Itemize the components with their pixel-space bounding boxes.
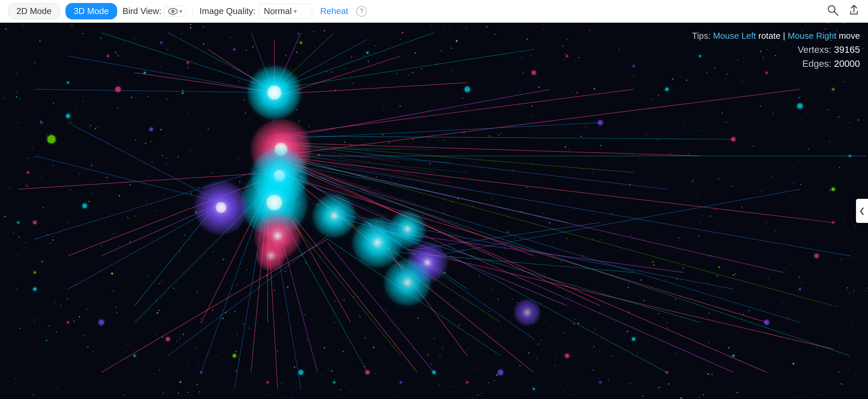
- toolbar: 2D Mode 3D Mode Bird View: ▾ Image Quali…: [0, 0, 868, 23]
- help-button[interactable]: ?: [356, 6, 367, 17]
- quality-chevron: ▾: [294, 8, 297, 15]
- quality-selected-value: Normal: [264, 6, 292, 17]
- svg-point-206: [600, 339, 600, 340]
- edges-label: Edges:: [802, 58, 831, 69]
- bird-view-control[interactable]: ▾: [164, 6, 186, 17]
- svg-point-201: [200, 322, 202, 323]
- svg-point-163: [832, 222, 834, 224]
- tips-line: Tips: Mouse Left rotate | Mouse Right mo…: [692, 31, 860, 41]
- bird-view-section: Bird View: ▾: [123, 6, 186, 17]
- svg-point-126: [514, 299, 540, 326]
- svg-point-183: [51, 55, 52, 56]
- svg-point-135: [598, 120, 602, 125]
- mouse-right-text: Mouse Right: [787, 31, 836, 41]
- svg-point-140: [814, 254, 818, 258]
- svg-point-205: [533, 322, 534, 323]
- svg-line-60: [274, 136, 734, 139]
- svg-point-187: [400, 39, 401, 40]
- svg-point-143: [565, 353, 569, 358]
- svg-point-112: [216, 202, 226, 212]
- svg-point-196: [34, 322, 35, 323]
- svg-point-152: [144, 72, 146, 74]
- svg-line-44: [68, 206, 218, 289]
- svg-point-175: [67, 321, 69, 323]
- svg-line-53: [101, 33, 274, 89]
- graph-visualization[interactable]: [0, 23, 868, 399]
- svg-point-145: [432, 371, 436, 374]
- svg-point-213: [583, 255, 584, 256]
- svg-point-179: [40, 122, 42, 124]
- svg-point-125: [394, 269, 421, 296]
- svg-line-11: [274, 89, 800, 156]
- svg-point-158: [633, 65, 634, 67]
- svg-point-122: [397, 219, 418, 240]
- quality-select[interactable]: Normal ▾: [259, 4, 312, 19]
- svg-line-33: [35, 89, 274, 92]
- svg-point-130: [150, 127, 153, 131]
- eye-icon: [168, 8, 178, 15]
- svg-line-46: [68, 123, 221, 202]
- svg-point-162: [849, 155, 851, 157]
- svg-point-204: [400, 339, 401, 340]
- vertexs-value: 39165: [834, 45, 860, 55]
- svg-point-182: [160, 42, 162, 44]
- vertexs-label: Vertexs:: [798, 45, 831, 55]
- svg-point-170: [400, 381, 402, 383]
- canvas-area[interactable]: Tips: Mouse Left rotate | Mouse Right mo…: [0, 23, 868, 399]
- svg-point-146: [366, 370, 370, 374]
- svg-point-134: [532, 70, 536, 75]
- svg-line-83: [294, 156, 467, 190]
- svg-point-212: [118, 256, 118, 256]
- vertexs-stat: Vertexs: 39165: [692, 45, 860, 55]
- svg-point-161: [832, 88, 834, 90]
- svg-point-202: [268, 339, 268, 340]
- svg-point-137: [732, 137, 736, 141]
- separator: |: [783, 31, 785, 41]
- collapse-icon: ❮: [859, 206, 865, 215]
- svg-line-32: [68, 56, 274, 93]
- svg-point-184: [101, 72, 102, 73]
- svg-line-65: [451, 256, 667, 373]
- svg-point-177: [17, 222, 19, 224]
- bird-view-chevron: ▾: [179, 8, 182, 15]
- mode-2d-button[interactable]: 2D Mode: [8, 3, 60, 19]
- svg-point-136: [665, 88, 669, 91]
- toolbar-right: [827, 4, 860, 19]
- mouse-left-text: Mouse Left: [713, 31, 756, 41]
- svg-line-43: [168, 236, 328, 356]
- reheat-button[interactable]: Reheat: [317, 5, 351, 18]
- svg-line-52: [274, 50, 534, 90]
- svg-line-39: [274, 123, 600, 139]
- svg-point-138: [797, 103, 803, 109]
- svg-point-188: [500, 49, 501, 50]
- svg-point-128: [66, 114, 70, 118]
- svg-point-200: [833, 322, 834, 323]
- svg-line-7: [274, 83, 467, 94]
- collapse-panel-button[interactable]: ❮: [856, 199, 868, 223]
- mode-3d-button[interactable]: 3D Mode: [65, 3, 118, 19]
- svg-point-176: [34, 272, 36, 273]
- svg-point-149: [166, 337, 170, 341]
- svg-point-189: [566, 39, 567, 40]
- svg-point-160: [766, 72, 768, 74]
- svg-point-190: [667, 56, 668, 56]
- share-button[interactable]: [848, 4, 860, 19]
- image-quality-label: Image Quality:: [199, 6, 256, 17]
- svg-line-26: [274, 89, 633, 136]
- svg-point-123: [256, 241, 286, 271]
- svg-point-153: [187, 62, 189, 64]
- svg-point-100: [268, 86, 281, 99]
- bird-view-label: Bird View:: [123, 6, 162, 17]
- svg-point-169: [466, 381, 468, 383]
- svg-point-151: [33, 287, 36, 291]
- svg-point-207: [666, 322, 668, 323]
- svg-point-186: [234, 72, 235, 73]
- svg-point-129: [115, 87, 121, 92]
- svg-point-174: [133, 354, 135, 357]
- svg-point-185: [167, 49, 168, 50]
- search-button[interactable]: [827, 4, 839, 19]
- edges-value: 20000: [834, 58, 860, 69]
- svg-point-133: [465, 87, 470, 92]
- svg-line-4: [834, 12, 838, 16]
- image-quality-section: Image Quality: Normal ▾: [199, 4, 312, 19]
